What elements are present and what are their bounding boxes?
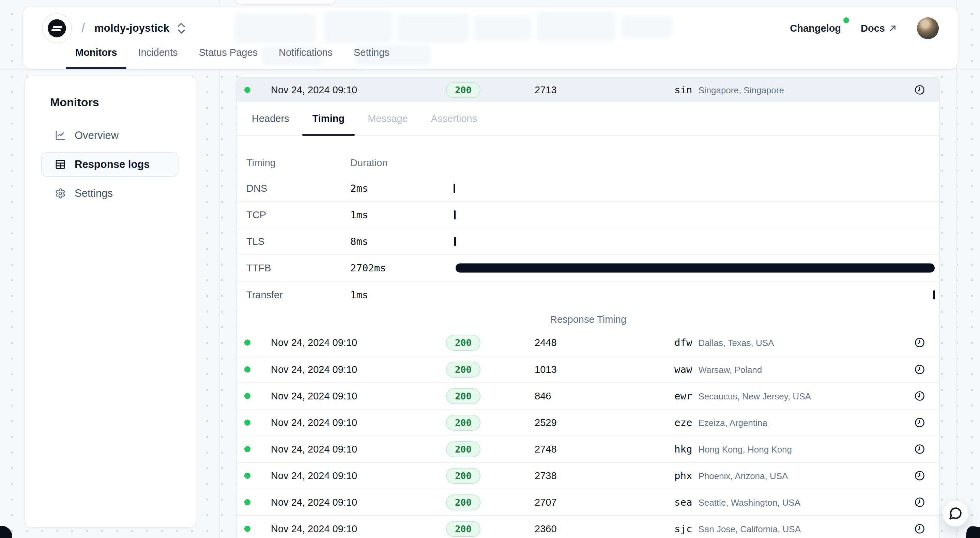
row-time-button[interactable] [899, 84, 931, 95]
docs-link[interactable]: Docs [861, 23, 897, 34]
log-region: phx Phoenix, Arizona, USA [675, 470, 899, 481]
timing-phase-duration: 1ms [350, 289, 453, 301]
table-icon [55, 159, 66, 170]
response-log-row[interactable]: Nov 24, 2024 09:10 200 2707 sea Seattle,… [237, 489, 939, 515]
log-region: dfw Dallas, Texas, USA [675, 337, 899, 348]
tab-monitors[interactable]: Monitors [75, 47, 117, 69]
status-badge: 200 [446, 415, 480, 431]
project-switcher-button[interactable] [176, 21, 186, 35]
row-time-button[interactable] [899, 390, 931, 402]
previous-row-sliver [237, 74, 939, 78]
response-log-row[interactable]: Nov 24, 2024 09:10 200 2748 hkg Hong Kon… [237, 435, 939, 462]
project-name: moldy-joystick [94, 22, 169, 34]
sidebar-item-settings[interactable]: Settings [41, 181, 178, 206]
line-chart-icon [55, 130, 66, 141]
row-time-button[interactable] [899, 337, 931, 348]
detail-tab-headers[interactable]: Headers [242, 102, 299, 135]
bg-guideline-left [220, 0, 220, 538]
response-log-row[interactable]: Nov 24, 2024 09:10 200 2738 phx Phoenix,… [237, 462, 939, 489]
sidebar-item-overview[interactable]: Overview [41, 123, 178, 148]
status-badge: 200 [446, 468, 480, 484]
docs-label: Docs [861, 23, 885, 34]
timing-phase-name: TCP [247, 209, 350, 221]
log-region: eze Ezeiza, Argentina [675, 417, 899, 428]
tab-status-pages[interactable]: Status Pages [199, 47, 258, 69]
timing-bar [453, 184, 455, 193]
response-log-row[interactable]: Nov 24, 2024 09:10 200 846 ewr Secaucus,… [237, 382, 939, 409]
timing-phase-name: TLS [247, 236, 350, 247]
log-timestamp: Nov 24, 2024 09:10 [271, 523, 439, 535]
breadcrumb-separator: / [81, 21, 85, 35]
response-log-row[interactable]: Nov 24, 2024 09:10 200 1013 waw Warsaw, … [237, 356, 939, 382]
timing-phase-name: DNS [247, 183, 350, 194]
timing-bar [456, 263, 935, 273]
status-badge: 200 [446, 335, 480, 351]
log-region: waw Warsaw, Poland [675, 363, 899, 375]
timing-bar [454, 210, 456, 220]
status-dot [244, 87, 250, 93]
clock-icon [914, 497, 925, 508]
clock-icon [914, 364, 925, 375]
detail-tab-timing[interactable]: Timing [302, 102, 355, 135]
clock-icon [914, 444, 925, 455]
chat-widget-button[interactable] [942, 500, 969, 527]
tab-incidents[interactable]: Incidents [138, 47, 178, 69]
status-dot [244, 499, 250, 505]
workspace-logo[interactable] [42, 13, 72, 43]
response-log-row[interactable]: Nov 24, 2024 09:10 200 2360 sjc San Jose… [237, 515, 939, 538]
response-log-row[interactable]: Nov 24, 2024 09:10 200 2448 dfw Dallas, … [237, 329, 939, 356]
status-dot [244, 393, 250, 399]
region-code: ewr [675, 390, 692, 402]
tab-settings[interactable]: Settings [354, 47, 390, 69]
timing-phase-duration: 2ms [350, 183, 453, 194]
log-timestamp: Nov 24, 2024 09:10 [271, 390, 439, 402]
region-code: sin [675, 84, 692, 96]
status-dot [244, 367, 250, 373]
user-avatar[interactable] [917, 17, 939, 39]
selected-log-row[interactable]: Nov 24, 2024 09:10 200 2713 sin Singapor… [237, 78, 939, 102]
region-code: dfw [675, 337, 692, 348]
region-code: hkg [675, 443, 692, 455]
timing-table-header: Timing Duration [237, 150, 939, 175]
clock-icon [914, 84, 925, 95]
row-time-button[interactable] [899, 497, 931, 508]
region-location: Singapore, Singapore [698, 85, 784, 96]
region-location: Warsaw, Poland [698, 365, 762, 375]
log-timestamp: Nov 24, 2024 09:10 [271, 84, 439, 96]
sidebar-item-label: Response logs [75, 158, 150, 171]
log-timestamp: Nov 24, 2024 09:10 [271, 364, 439, 375]
log-latency: 2448 [535, 337, 675, 348]
region-location: Secaucus, New Jersey, USA [698, 391, 811, 402]
ghost-pill-cutoff [234, 0, 337, 5]
row-time-button[interactable] [899, 444, 931, 455]
header-top-row: / moldy-joystick Changelog Docs [42, 13, 939, 43]
log-detail-tabs: Headers Timing Message Assertions [237, 102, 939, 136]
sidebar-item-response-logs[interactable]: Response logs [41, 152, 178, 177]
status-dot [244, 473, 250, 479]
timing-rows: DNS 2ms TCP 1ms TLS 8ms TTFB 2702ms Tran… [237, 175, 939, 308]
timing-phase-name: Transfer [247, 289, 350, 301]
region-location: Hong Kong, Hong Kong [698, 444, 792, 455]
log-timestamp: Nov 24, 2024 09:10 [271, 470, 439, 481]
log-timestamp: Nov 24, 2024 09:10 [271, 417, 439, 428]
timing-phase-name: TTFB [247, 262, 350, 274]
log-region: ewr Secaucus, New Jersey, USA [675, 390, 899, 402]
response-log-row[interactable]: Nov 24, 2024 09:10 200 2529 eze Ezeiza, … [237, 409, 939, 435]
row-time-button[interactable] [899, 364, 931, 375]
log-latency: 2360 [535, 523, 675, 535]
header-actions: Changelog Docs [790, 17, 939, 39]
sidebar-item-label: Overview [75, 129, 119, 142]
timing-caption: Response Timing [237, 309, 939, 329]
timing-table: Timing Duration DNS 2ms TCP 1ms TLS 8ms … [237, 136, 939, 329]
log-region: sin Singapore, Singapore [675, 84, 899, 96]
monitor-sidebar: Monitors Overview Response logs Settings [24, 76, 196, 528]
timing-column-header: Timing [247, 157, 350, 168]
region-location: Phoenix, Arizona, USA [698, 471, 788, 481]
changelog-link[interactable]: Changelog [790, 23, 841, 34]
row-time-button[interactable] [899, 417, 931, 428]
row-time-button[interactable] [899, 523, 931, 534]
log-region: sea Seattle, Washington, USA [675, 497, 899, 508]
row-time-button[interactable] [899, 470, 931, 481]
tab-notifications[interactable]: Notifications [279, 47, 332, 69]
detail-tab-assertions: Assertions [421, 102, 487, 135]
